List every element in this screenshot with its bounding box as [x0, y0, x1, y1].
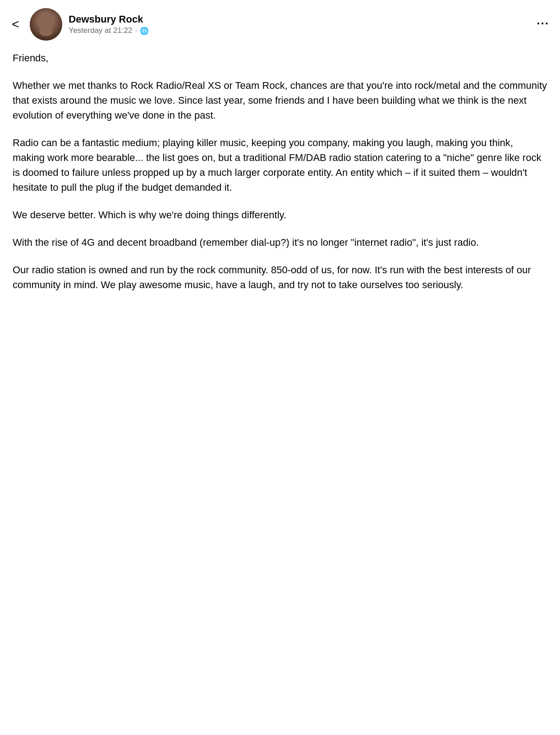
separator: · [135, 26, 138, 35]
post-paragraph-5: Our radio station is owned and run by th… [13, 262, 547, 292]
post-time: Yesterday at 21:22 [69, 26, 132, 35]
more-options-button[interactable]: ··· [537, 17, 549, 31]
post-meta: Yesterday at 21:22 · 🌐 [69, 26, 149, 35]
post-content: Friends,Whether we met thanks to Rock Ra… [0, 47, 560, 305]
page-name[interactable]: Dewsbury Rock [69, 14, 149, 25]
post-paragraph-3: We deserve better. Which is why we're do… [13, 207, 547, 222]
post-header: < Dewsbury Rock Yesterday at 21:22 · 🌐 ·… [0, 0, 560, 47]
globe-icon: 🌐 [140, 27, 149, 35]
page-info: Dewsbury Rock Yesterday at 21:22 · 🌐 [69, 14, 149, 35]
post-paragraph-4: With the rise of 4G and decent broadband… [13, 235, 547, 250]
back-button[interactable]: < [8, 16, 23, 32]
avatar[interactable] [30, 8, 62, 41]
post-paragraph-1: Whether we met thanks to Rock Radio/Real… [13, 78, 547, 123]
post-paragraph-2: Radio can be a fantastic medium; playing… [13, 135, 547, 195]
post-paragraph-0: Friends, [13, 51, 547, 65]
